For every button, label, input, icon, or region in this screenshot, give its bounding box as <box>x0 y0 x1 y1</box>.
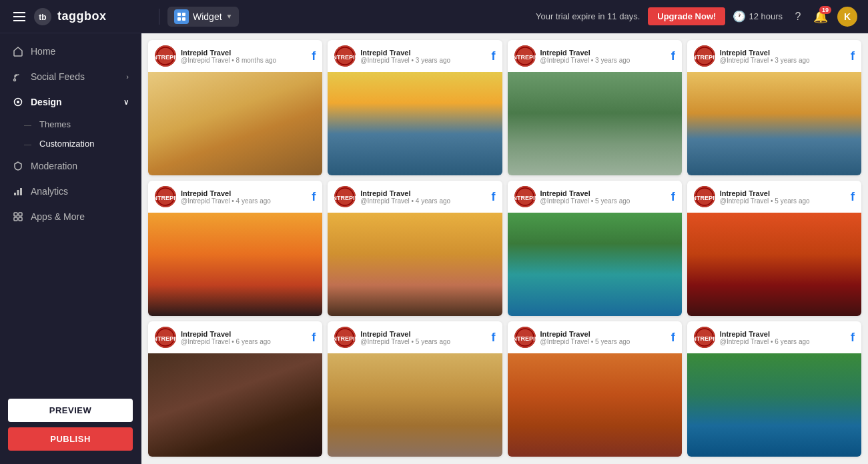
notifications-button[interactable]: 🔔 19 <box>813 9 828 24</box>
card-header: INTREPID Intrepid Travel @Intrepid Trave… <box>328 181 502 213</box>
post-meta: @Intrepid Travel • 3 years ago <box>360 57 450 64</box>
post-card[interactable]: INTREPID Intrepid Travel @Intrepid Trave… <box>508 321 682 457</box>
preview-button[interactable]: PREVIEW <box>8 399 133 422</box>
svg-rect-12 <box>14 213 17 216</box>
sidebar-item-moderation[interactable]: Moderation <box>0 153 141 179</box>
facebook-icon: f <box>671 331 675 345</box>
clock-widget: 🕐 12 hours <box>733 11 783 23</box>
post-meta: @Intrepid Travel • 5 years ago <box>540 338 630 345</box>
post-card[interactable]: INTREPID Intrepid Travel @Intrepid Trave… <box>508 181 682 316</box>
svg-rect-14 <box>14 217 17 221</box>
card-info: Intrepid Travel @Intrepid Travel • 6 yea… <box>720 330 810 345</box>
post-author-name: Intrepid Travel <box>540 330 630 338</box>
sidebar-label-design: Design <box>31 97 62 107</box>
sidebar-item-home[interactable]: Home <box>0 39 141 64</box>
notification-badge: 19 <box>819 6 831 14</box>
logo-text: taggbox <box>57 9 107 23</box>
post-meta: @Intrepid Travel • 5 years ago <box>360 338 450 345</box>
facebook-icon: f <box>312 331 316 345</box>
post-card[interactable]: INTREPID Intrepid Travel @Intrepid Trave… <box>148 321 322 457</box>
card-user: INTREPID Intrepid Travel @Intrepid Trave… <box>155 327 271 348</box>
post-meta: @Intrepid Travel • 3 years ago <box>720 57 810 64</box>
facebook-icon: f <box>492 49 496 63</box>
card-header: INTREPID Intrepid Travel @Intrepid Trave… <box>687 40 861 72</box>
svg-text:tb: tb <box>39 13 46 22</box>
logo: tb taggbox <box>11 7 151 26</box>
hamburger-menu[interactable] <box>11 9 28 24</box>
card-user: INTREPID Intrepid Travel @Intrepid Trave… <box>514 327 630 348</box>
svg-point-6 <box>14 79 16 81</box>
card-header: INTREPID Intrepid Travel @Intrepid Trave… <box>148 40 322 72</box>
svg-rect-13 <box>19 213 22 216</box>
post-author-name: Intrepid Travel <box>181 49 276 57</box>
topbar-actions: 🕐 12 hours ? 🔔 19 K <box>733 7 857 27</box>
apps-icon <box>12 211 24 223</box>
svg-text:INTREPID: INTREPID <box>514 335 536 342</box>
card-header: INTREPID Intrepid Travel @Intrepid Trave… <box>687 321 861 353</box>
post-card[interactable]: INTREPID Intrepid Travel @Intrepid Trave… <box>508 40 682 175</box>
customization-label: Customization <box>39 139 94 149</box>
post-author-name: Intrepid Travel <box>540 49 630 57</box>
post-meta: @Intrepid Travel • 5 years ago <box>540 197 630 205</box>
post-author-name: Intrepid Travel <box>360 330 450 338</box>
post-card[interactable]: INTREPID Intrepid Travel @Intrepid Trave… <box>148 40 322 175</box>
upgrade-button[interactable]: Upgrade Now! <box>648 7 725 25</box>
post-card[interactable]: INTREPID Intrepid Travel @Intrepid Trave… <box>687 40 861 175</box>
card-user: INTREPID Intrepid Travel @Intrepid Trave… <box>694 327 810 348</box>
facebook-icon: f <box>492 331 496 345</box>
svg-text:INTREPID: INTREPID <box>514 195 536 201</box>
post-card[interactable]: INTREPID Intrepid Travel @Intrepid Trave… <box>328 321 502 457</box>
clock-icon: 🕐 <box>733 11 745 23</box>
card-user: INTREPID Intrepid Travel @Intrepid Trave… <box>334 186 450 207</box>
avatar: INTREPID <box>334 186 356 207</box>
widget-selector[interactable]: Widget ▼ <box>167 7 239 27</box>
widget-icon <box>174 9 189 24</box>
card-info: Intrepid Travel @Intrepid Travel • 8 mon… <box>181 49 276 64</box>
post-meta: @Intrepid Travel • 4 years ago <box>181 197 271 205</box>
svg-text:INTREPID: INTREPID <box>155 54 176 61</box>
svg-rect-4 <box>177 17 181 21</box>
card-info: Intrepid Travel @Intrepid Travel • 4 yea… <box>360 189 450 205</box>
card-header: INTREPID Intrepid Travel @Intrepid Trave… <box>328 40 502 72</box>
themes-label: Themes <box>39 119 71 129</box>
post-card[interactable]: INTREPID Intrepid Travel @Intrepid Trave… <box>687 321 861 457</box>
avatar: INTREPID <box>334 45 356 67</box>
svg-text:INTREPID: INTREPID <box>155 335 176 342</box>
posts-grid: INTREPID Intrepid Travel @Intrepid Trave… <box>148 40 861 457</box>
svg-text:INTREPID: INTREPID <box>155 195 176 201</box>
card-user: INTREPID Intrepid Travel @Intrepid Trave… <box>155 186 271 207</box>
card-user: INTREPID Intrepid Travel @Intrepid Trave… <box>514 186 630 207</box>
post-card[interactable]: INTREPID Intrepid Travel @Intrepid Trave… <box>148 181 322 316</box>
sidebar-item-design[interactable]: Design ∨ <box>0 89 141 115</box>
publish-button[interactable]: PUBLISH <box>8 427 133 451</box>
post-author-name: Intrepid Travel <box>540 189 630 197</box>
post-card[interactable]: INTREPID Intrepid Travel @Intrepid Trave… <box>328 40 502 175</box>
design-icon <box>12 96 24 108</box>
content-area[interactable]: INTREPID Intrepid Travel @Intrepid Trave… <box>141 33 868 464</box>
post-card[interactable]: INTREPID Intrepid Travel @Intrepid Trave… <box>687 181 861 316</box>
card-info: Intrepid Travel @Intrepid Travel • 5 yea… <box>720 189 810 205</box>
card-header: INTREPID Intrepid Travel @Intrepid Trave… <box>508 321 682 353</box>
svg-rect-5 <box>182 17 185 21</box>
card-info: Intrepid Travel @Intrepid Travel • 4 yea… <box>181 189 271 205</box>
post-meta: @Intrepid Travel • 3 years ago <box>540 57 630 64</box>
facebook-icon: f <box>492 190 496 204</box>
post-author-name: Intrepid Travel <box>720 49 810 57</box>
post-card[interactable]: INTREPID Intrepid Travel @Intrepid Trave… <box>328 181 502 316</box>
hours-label: 12 hours <box>749 11 783 21</box>
facebook-icon: f <box>851 190 855 204</box>
post-image <box>328 72 502 175</box>
help-icon[interactable]: ? <box>792 11 804 23</box>
sidebar-sub-customization[interactable]: Customization <box>24 134 141 153</box>
sidebar: Home Social Feeds › Design ∨ Themes Cust… <box>0 33 141 464</box>
user-avatar[interactable]: K <box>837 7 857 27</box>
post-image <box>687 72 861 175</box>
main-layout: Home Social Feeds › Design ∨ Themes Cust… <box>0 33 868 464</box>
sidebar-item-apps-more[interactable]: Apps & More <box>0 204 141 229</box>
svg-rect-3 <box>182 13 185 16</box>
card-user: INTREPID Intrepid Travel @Intrepid Trave… <box>694 45 810 67</box>
sidebar-item-social-feeds[interactable]: Social Feeds › <box>0 64 141 89</box>
card-user: INTREPID Intrepid Travel @Intrepid Trave… <box>694 186 810 207</box>
sidebar-item-analytics[interactable]: Analytics <box>0 179 141 204</box>
sidebar-sub-themes[interactable]: Themes <box>24 115 141 134</box>
